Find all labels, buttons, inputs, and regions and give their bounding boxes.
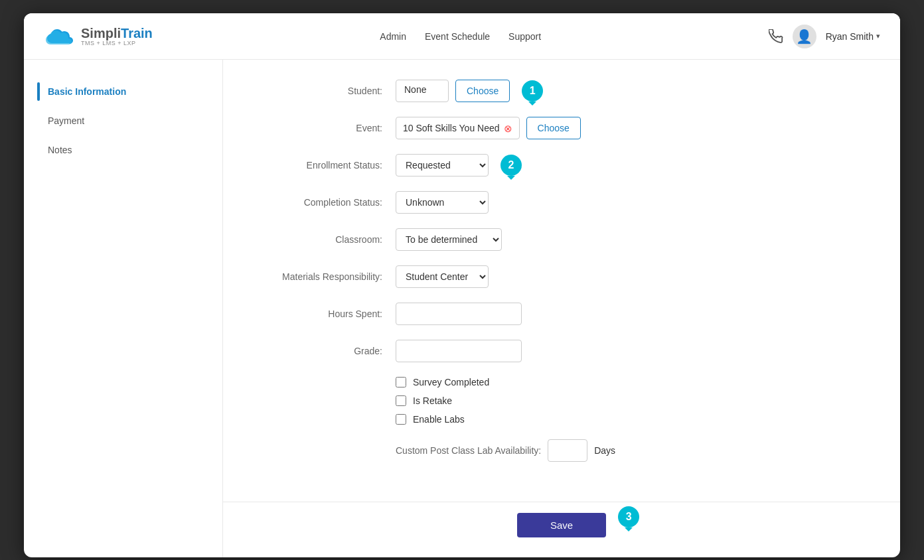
sidebar-item-notes[interactable]: Notes <box>37 138 209 162</box>
hours-label: Hours Spent: <box>263 309 396 319</box>
grade-label: Grade: <box>263 346 396 356</box>
enrollment-status-label: Enrollment Status: <box>263 160 396 171</box>
user-area: 👤 Ryan Smith ▾ <box>769 25 880 48</box>
student-value-display: None <box>396 80 449 102</box>
logo-sub-text: TMS + LMS + LXP <box>81 40 153 47</box>
enrollment-status-select[interactable]: Requested Enrolled Completed Cancelled W… <box>396 154 489 176</box>
custom-lab-label: Custom Post Class Lab Availability: <box>396 445 541 456</box>
nav-support[interactable]: Support <box>508 31 541 42</box>
student-field-group: Student: None Choose 1 <box>263 80 860 102</box>
enable-labs-checkbox-item[interactable]: Enable Labs <box>396 414 860 425</box>
completion-status-group: Completion Status: Unknown Passed Failed… <box>263 191 860 214</box>
checkbox-group: Survey Completed Is Retake Enable Labs <box>396 377 860 425</box>
logo-brand: SimpliTrain <box>81 26 153 40</box>
header: SimpliTrain TMS + LMS + LXP Admin Event … <box>24 13 900 60</box>
survey-completed-checkbox[interactable] <box>396 377 406 387</box>
grade-input[interactable] <box>396 340 522 362</box>
materials-label: Materials Responsibility: <box>263 271 396 282</box>
enable-labs-checkbox[interactable] <box>396 414 406 425</box>
grade-group: Grade: <box>263 340 860 362</box>
sidebar: Basic Information Payment Notes <box>24 60 223 557</box>
classroom-select[interactable]: To be determined Room A Room B Online <box>396 228 502 251</box>
avatar: 👤 <box>793 25 816 48</box>
classroom-group: Classroom: To be determined Room A Room … <box>263 228 860 251</box>
nav-event-schedule[interactable]: Event Schedule <box>425 31 490 42</box>
student-label: Student: <box>263 86 396 96</box>
hours-controls <box>396 303 522 325</box>
materials-select[interactable]: Student Center Instructor Admin <box>396 265 489 288</box>
enable-labs-label: Enable Labs <box>413 414 465 425</box>
event-label: Event: <box>263 123 396 133</box>
classroom-controls: To be determined Room A Room B Online <box>396 228 502 251</box>
logo-text: SimpliTrain TMS + LMS + LXP <box>81 26 153 47</box>
annotation-badge-2: 2 <box>501 155 522 176</box>
event-choose-button[interactable]: Choose <box>526 117 581 139</box>
content-area: Student: None Choose 1 Event: 10 Soft <box>223 60 900 502</box>
classroom-label: Classroom: <box>263 234 396 245</box>
main-body: Basic Information Payment Notes Student:… <box>24 60 900 557</box>
sidebar-item-payment[interactable]: Payment <box>37 109 209 133</box>
is-retake-checkbox-item[interactable]: Is Retake <box>396 395 860 406</box>
days-label: Days <box>594 445 615 456</box>
annotation-badge-3: 3 <box>618 506 639 527</box>
student-controls: None Choose 1 <box>396 80 543 102</box>
grade-controls <box>396 340 522 362</box>
main-window: SimpliTrain TMS + LMS + LXP Admin Event … <box>24 13 900 557</box>
phone-icon <box>769 29 783 44</box>
enrollment-status-controls: Requested Enrolled Completed Cancelled W… <box>396 154 522 176</box>
hours-input[interactable] <box>396 303 522 325</box>
survey-completed-label: Survey Completed <box>413 377 489 387</box>
completion-status-label: Completion Status: <box>263 197 396 208</box>
event-field-group: Event: 10 Soft Skills You Need ⊗ Choose <box>263 117 860 139</box>
completion-status-controls: Unknown Passed Failed Incomplete <box>396 191 489 214</box>
logo-cloud-icon <box>44 25 77 48</box>
custom-lab-input[interactable] <box>548 439 587 462</box>
is-retake-label: Is Retake <box>413 395 452 406</box>
user-name-button[interactable]: Ryan Smith ▾ <box>826 31 880 42</box>
event-value-display: 10 Soft Skills You Need ⊗ <box>396 117 520 139</box>
chevron-down-icon: ▾ <box>876 32 880 40</box>
logo-area: SimpliTrain TMS + LMS + LXP <box>44 25 153 48</box>
materials-controls: Student Center Instructor Admin <box>396 265 489 288</box>
save-button[interactable]: Save <box>517 513 606 537</box>
materials-group: Materials Responsibility: Student Center… <box>263 265 860 288</box>
completion-status-select[interactable]: Unknown Passed Failed Incomplete <box>396 191 489 214</box>
annotation-badge-1: 1 <box>522 80 543 102</box>
enrollment-status-group: Enrollment Status: Requested Enrolled Co… <box>263 154 860 176</box>
hours-group: Hours Spent: <box>263 303 860 325</box>
survey-completed-checkbox-item[interactable]: Survey Completed <box>396 377 860 387</box>
is-retake-checkbox[interactable] <box>396 395 406 406</box>
event-controls: 10 Soft Skills You Need ⊗ Choose <box>396 117 581 139</box>
sidebar-item-basic-information[interactable]: Basic Information <box>37 80 209 104</box>
event-close-icon[interactable]: ⊗ <box>504 123 512 133</box>
custom-lab-group: Custom Post Class Lab Availability: Days <box>396 439 860 462</box>
avatar-icon: 👤 <box>796 29 812 44</box>
student-choose-button[interactable]: Choose <box>455 80 510 102</box>
nav-items: Admin Event Schedule Support <box>380 31 541 42</box>
footer-area: Save 3 <box>223 502 900 557</box>
nav-admin[interactable]: Admin <box>380 31 406 42</box>
